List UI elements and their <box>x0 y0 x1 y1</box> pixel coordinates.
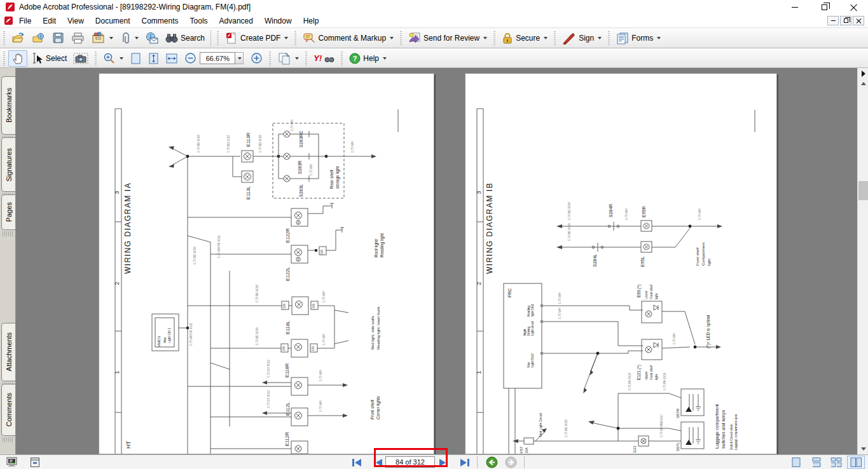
page-display-dropdown-arrow[interactable] <box>295 57 299 60</box>
svg-text:Bed light, side walls.: Bed light, side walls. <box>371 315 375 350</box>
previous-view-button[interactable] <box>483 456 500 469</box>
zoom-level-input[interactable]: 66.67% <box>200 52 235 64</box>
zoom-level-dropdown[interactable] <box>235 52 244 64</box>
menu-comments[interactable]: Comments <box>136 15 184 27</box>
toolbar-grip[interactable] <box>305 51 307 65</box>
send-for-review-button[interactable]: Send for Review <box>405 30 490 46</box>
forms-button[interactable]: Forms <box>613 30 664 46</box>
secure-button[interactable]: Secure <box>499 30 551 46</box>
next-view-button[interactable] <box>502 456 519 469</box>
svg-text:Luggage compartment: Luggage compartment <box>715 404 720 449</box>
open-web-button[interactable] <box>29 30 49 46</box>
tab-attachments[interactable]: Attachments <box>1 323 15 381</box>
fit-width-button[interactable] <box>162 50 181 67</box>
menu-tools[interactable]: Tools <box>184 15 214 27</box>
menu-help[interactable]: Help <box>298 15 325 27</box>
help-dropdown-arrow[interactable] <box>383 57 387 60</box>
attach-button[interactable] <box>116 30 142 46</box>
title-bar: Adobe Acrobat Professional - [89198292-W… <box>0 0 868 14</box>
scrollbar-thumb[interactable] <box>858 181 868 200</box>
search-button[interactable]: Search <box>162 30 208 46</box>
create-pdf-dropdown-arrow[interactable] <box>284 37 288 39</box>
send-for-review-dropdown-arrow[interactable] <box>483 37 487 39</box>
scroll-up-button[interactable] <box>858 78 868 89</box>
toolbar-grip[interactable] <box>3 51 5 65</box>
menu-window[interactable]: Window <box>259 15 298 27</box>
zoom-out-button[interactable] <box>181 50 200 67</box>
fullscreen-mode-button[interactable] <box>4 456 20 469</box>
select-tool-button[interactable]: Select <box>27 50 70 67</box>
toolbar-grip[interactable] <box>294 31 296 45</box>
toolbar-grip[interactable] <box>341 51 343 65</box>
tab-pages[interactable]: Pages <box>1 194 15 230</box>
attach-dropdown-arrow[interactable] <box>135 37 139 39</box>
svg-text:S57R: S57R <box>676 408 680 418</box>
svg-text:Light Ch12: Light Ch12 <box>531 353 534 367</box>
svg-text:Compartment: Compartment <box>701 242 705 266</box>
email-button[interactable] <box>142 30 162 46</box>
svg-text:0.75 WH: 0.75 WH <box>673 333 676 344</box>
fit-page-button[interactable] <box>127 50 144 67</box>
tab-bookmarks[interactable]: Bookmarks <box>1 76 15 135</box>
hand-tool-button[interactable] <box>8 50 27 67</box>
vertical-scrollbar[interactable] <box>857 68 868 454</box>
svg-text:0.75 WH: 0.75 WH <box>310 164 313 175</box>
svg-text:Light circuit: Light circuit <box>531 320 534 336</box>
print-button[interactable] <box>68 30 88 46</box>
single-page-layout-button[interactable] <box>787 456 805 469</box>
doc-minimize-button[interactable] <box>827 16 839 25</box>
organizer-button[interactable] <box>88 30 116 46</box>
doc-restore-button[interactable] <box>840 16 851 25</box>
minimize-button[interactable] <box>780 0 809 14</box>
toolbar-grip[interactable] <box>554 31 556 45</box>
restore-button[interactable] <box>809 0 839 14</box>
svg-text:E112L: E112L <box>285 402 291 416</box>
toolbar-grip[interactable] <box>95 51 97 65</box>
zoom-in-button[interactable] <box>247 50 266 67</box>
svg-text:FRC: FRC <box>507 289 512 297</box>
facing-layout-button[interactable] <box>847 456 865 469</box>
zoom-tool-dropdown-arrow[interactable] <box>120 57 123 60</box>
menu-view[interactable]: View <box>62 15 90 27</box>
svg-text:Front shelf: Front shelf <box>649 365 653 380</box>
toolbar-grip[interactable] <box>269 51 271 65</box>
organizer-dropdown-arrow[interactable] <box>109 37 113 39</box>
doc-close-button[interactable] <box>853 16 864 25</box>
zoom-tool-button[interactable] <box>100 50 127 67</box>
create-pdf-button[interactable]: Create PDF <box>222 30 291 46</box>
yahoo-search-button[interactable]: Y! <box>310 50 338 67</box>
open-button[interactable] <box>8 30 29 46</box>
last-page-button[interactable] <box>457 456 473 469</box>
page-display-button[interactable] <box>274 50 302 67</box>
svg-text:0.75 RD 6008: 0.75 RD 6008 <box>197 135 200 153</box>
first-page-button[interactable] <box>348 456 365 469</box>
snapshot-tool-button[interactable] <box>70 50 92 67</box>
page-view-button[interactable] <box>27 456 43 469</box>
comment-markup-dropdown-arrow[interactable] <box>390 37 394 39</box>
continuous-layout-button[interactable] <box>808 456 825 469</box>
toolbar-grip[interactable] <box>608 31 610 45</box>
scroll-down-button[interactable] <box>858 444 868 454</box>
sign-button[interactable]: Sign <box>559 30 605 46</box>
save-button[interactable] <box>49 30 68 46</box>
menu-advanced[interactable]: Advanced <box>214 15 259 27</box>
help-button[interactable]: ? Help <box>346 50 390 67</box>
close-button[interactable] <box>839 0 868 14</box>
toolbar-grip[interactable] <box>493 31 495 45</box>
panel-expand-button[interactable] <box>858 68 868 79</box>
toolbar-grip[interactable] <box>3 31 5 45</box>
sign-dropdown-arrow[interactable] <box>598 37 602 39</box>
menu-edit[interactable]: Edit <box>37 15 62 27</box>
secure-dropdown-arrow[interactable] <box>544 37 548 39</box>
tab-signatures[interactable]: Signatures <box>1 137 15 192</box>
forms-dropdown-arrow[interactable] <box>657 37 661 39</box>
toolbar-grip[interactable] <box>217 31 219 45</box>
toolbar-grip[interactable] <box>400 31 402 45</box>
svg-text:Upper: Upper <box>644 371 648 380</box>
fit-height-button[interactable] <box>144 50 162 67</box>
menu-document[interactable]: Document <box>90 15 136 27</box>
continuous-facing-layout-button[interactable] <box>827 456 845 469</box>
comment-markup-button[interactable]: Comment & Markup <box>300 30 397 46</box>
tab-comments[interactable]: Comments <box>1 384 15 436</box>
menu-file[interactable]: File <box>13 15 37 27</box>
